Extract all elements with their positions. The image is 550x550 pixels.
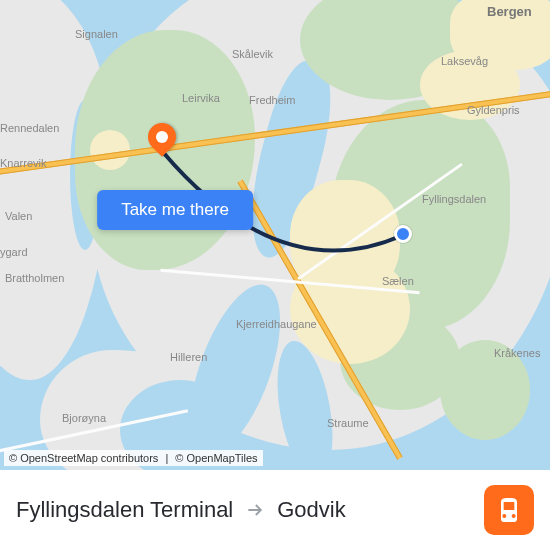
moovit-logo-icon [493,494,525,526]
map-attribution: © OpenStreetMap contributors | © OpenMap… [4,450,263,466]
map-viewport[interactable]: BergenSignalenSkålevikLaksevågLeirvikaFr… [0,0,550,470]
map-label-rennedalen: Rennedalen [0,122,59,134]
route-destination-label: Godvik [277,497,345,523]
origin-marker[interactable] [394,225,412,243]
osm-attribution-link[interactable]: © OpenStreetMap contributors [9,452,158,464]
map-label-fredheim: Fredheim [249,94,295,106]
map-label-bergen: Bergen [487,4,532,19]
origin-dot-icon [394,225,412,243]
separator: | [165,452,168,464]
moovit-logo[interactable] [484,485,534,535]
route-origin-label: Fyllingsdalen Terminal [16,497,233,523]
map-label-leirvika: Leirvika [182,92,220,104]
map-label-straume: Straume [327,417,369,429]
map-label-kjerreidhaugane: Kjerreidhaugane [236,318,317,330]
destination-marker[interactable] [148,123,176,151]
map-label-ygard: ygard [0,246,28,258]
route-summary-bar: Fyllingsdalen Terminal Godvik [0,470,550,550]
destination-pin-icon [142,117,182,157]
map-label-fyllingsdalen: Fyllingsdalen [422,193,486,205]
take-me-there-button[interactable]: Take me there [97,190,253,230]
map-label-bjoroyna: Bjorøyna [62,412,106,424]
map-label-saelen: Sælen [382,275,414,287]
map-label-valen: Valen [5,210,32,222]
arrow-right-icon [245,500,265,520]
map-label-brattholmen: Brattholmen [5,272,64,284]
map-label-laksevag: Laksevåg [441,55,488,67]
map-label-gyldenpris: Gyldenpris [467,104,520,116]
map-label-knarrevik: Knarrevik [0,157,46,169]
omt-attribution-link[interactable]: © OpenMapTiles [175,452,257,464]
map-label-krakenes: Kråkenes [494,347,540,359]
map-label-hilleren: Hilleren [170,351,207,363]
map-label-signalen: Signalen [75,28,118,40]
map-label-skalevik: Skålevik [232,48,273,60]
